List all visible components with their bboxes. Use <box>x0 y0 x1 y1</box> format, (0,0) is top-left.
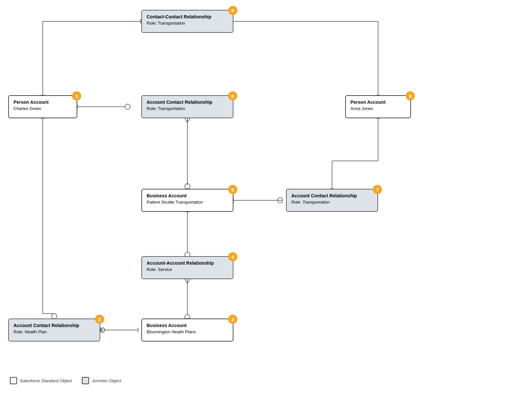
diagram-container: Contact-Contact Relationship Role: Trans… <box>0 0 526 394</box>
node-5-subtitle: Patient Shuttle Transportation <box>147 199 228 205</box>
node-6-badge: 6 <box>228 91 237 100</box>
node-1-badge: 1 <box>72 91 81 100</box>
svg-point-13 <box>185 184 190 189</box>
node-8-badge: 8 <box>406 91 415 100</box>
node-7: Account Contact Relationship Role: Trans… <box>286 189 378 212</box>
legend-box-standard <box>10 377 17 384</box>
node-1: Person Account Charles Green 1 <box>8 95 77 118</box>
node-1-subtitle: Charles Green <box>13 106 72 112</box>
node-2-badge: 2 <box>95 315 104 324</box>
node-3-title: Business Account <box>147 322 228 329</box>
svg-line-12 <box>187 118 190 122</box>
node-8-title: Person Account <box>350 99 406 106</box>
node-9-title: Contact-Contact Relationship <box>147 14 228 20</box>
legend-item-junction: Junction Object <box>82 377 121 384</box>
node-6-title: Account Contact Relationship <box>147 99 228 106</box>
node-6: Account Contact Relationship Role: Trans… <box>141 95 233 118</box>
legend-box-junction <box>82 377 89 384</box>
node-1-title: Person Account <box>13 99 72 106</box>
node-4: Account-Account Relationship Role: Servi… <box>141 256 233 279</box>
node-3-badge: 3 <box>228 315 237 324</box>
legend: Salesforce Standard Object Junction Obje… <box>10 377 121 384</box>
svg-point-34 <box>100 328 105 332</box>
node-4-badge: 4 <box>228 252 237 261</box>
node-3: Business Account Bloomington Health Plan… <box>141 319 233 342</box>
node-9-subtitle: Role: Transportation <box>147 20 228 26</box>
node-6-subtitle: Role: Transportation <box>147 106 228 112</box>
node-8-subtitle: Anna Jones <box>350 106 406 112</box>
svg-line-11 <box>185 118 187 122</box>
legend-label-junction: Junction Object <box>92 378 121 383</box>
svg-point-17 <box>277 198 283 203</box>
node-4-title: Account-Account Relationship <box>147 260 228 267</box>
node-7-badge: 7 <box>373 185 382 194</box>
node-4-subtitle: Role: Service <box>147 267 228 273</box>
legend-item-standard: Salesforce Standard Object <box>10 377 72 384</box>
node-2: Account Contact Relationship Role: Healt… <box>8 319 100 342</box>
node-2-title: Account Contact Relationship <box>13 322 95 329</box>
node-5-title: Business Account <box>147 193 228 199</box>
node-8: Person Account Anna Jones 8 <box>345 95 411 118</box>
node-9: Contact-Contact Relationship Role: Trans… <box>141 10 233 33</box>
node-5: Business Account Patient Shuttle Transpo… <box>141 189 233 212</box>
node-2-subtitle: Role: Health Plan <box>13 329 95 335</box>
node-9-badge: 9 <box>228 6 237 15</box>
node-7-subtitle: Role: Transportation <box>291 199 373 205</box>
node-7-title: Account Contact Relationship <box>291 193 373 199</box>
node-5-badge: 5 <box>228 185 237 194</box>
node-3-subtitle: Bloomington Health Plans <box>147 329 228 335</box>
svg-point-32 <box>52 314 57 319</box>
svg-point-9 <box>125 104 130 109</box>
legend-label-standard: Salesforce Standard Object <box>20 378 72 383</box>
